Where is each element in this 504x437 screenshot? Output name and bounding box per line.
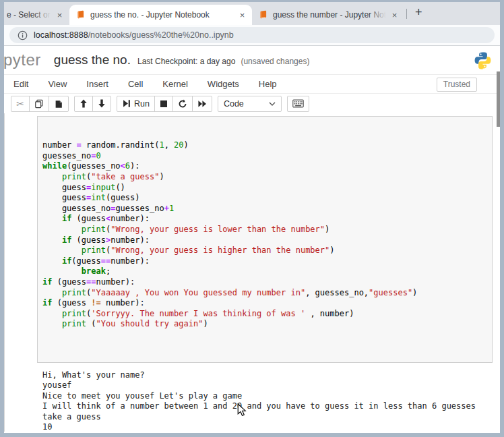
output-line: Nice to meet you yousef Let's play a gam… [42,391,493,401]
clipboard-button-group: ✂ [11,96,69,112]
command-palette-button[interactable] [287,96,309,112]
restart-kernel-button[interactable] [172,96,193,112]
python-logo-icon [474,51,492,69]
notebook-body: number = random.randint(1, 20)guesses_no… [4,113,500,432]
menu-widgets[interactable]: Widgets [208,79,239,89]
autosave-status: (unsaved changes) [241,54,309,66]
run-button-group: Run [117,96,212,112]
url-host: localhost:8888 [34,30,88,40]
tab-title: guess the number - Jupyter Note [273,10,386,20]
url-text: localhost:8888/notebooks/guess%20the%20n… [34,30,234,40]
jupyter-header: pyter guess the no. Last Checkpoint: a d… [4,46,500,75]
scrollbar-thumb[interactable] [497,71,500,127]
code-line: if (guess>number): [42,235,486,246]
tab-title: guess the no. - Jupyter Notebook [90,10,234,20]
code-line: print("Yaaaaay , You won You guessed my … [42,288,486,299]
cell-type-value: Code [224,99,244,109]
code-line: if (guess==number): [42,277,486,288]
menu-help[interactable]: Help [259,79,277,89]
window-frame: e - Select or create a n × guess the no.… [0,0,504,437]
jupyter-logo[interactable]: pyter [3,51,41,69]
fast-forward-icon [197,100,207,108]
browser-toolbar: localhost:8888/notebooks/guess%20the%20n… [4,25,500,46]
run-cell-button[interactable]: Run [117,96,155,112]
tab-title: e - Select or create a n [7,10,51,20]
menu-kernel[interactable]: Kernel [162,79,188,89]
palette-button-group [287,96,309,112]
code-line: if(guess==number): [42,256,486,267]
output-line: yousef [42,380,493,390]
page-info-icon[interactable] [18,30,28,40]
code-line: guess=int(guess) [42,193,486,204]
tab-home[interactable]: e - Select or create a n × [4,5,69,25]
code-line: print("Wrong, your guess is higher than … [42,245,486,256]
run-icon [122,99,131,108]
code-line: while(guesses_no<6): [42,161,486,172]
cell-output-area: Hi, What's your name?yousefNice to meet … [42,370,493,432]
restart-run-all-button[interactable] [192,96,212,112]
chevron-down-icon [269,102,276,106]
tab-guess-the-number[interactable]: guess the number - Jupyter Note × [252,5,404,25]
keyboard-icon [292,99,304,108]
close-icon[interactable]: × [389,9,400,21]
cell-type-select[interactable]: Code [218,96,282,112]
mouse-cursor [237,403,247,419]
output-line: Hi, What's your name? [42,370,493,380]
code-line: break; [42,266,486,277]
code-line: if (guess<number): [42,214,486,225]
code-line: print ("You should try again") [42,319,486,330]
run-button-label: Run [134,99,150,109]
new-tab-button[interactable]: + [409,5,430,22]
tab-guess-the-no[interactable]: guess the no. - Jupyter Notebook × [69,5,252,25]
notebook-menubar: Edit View Insert Cell Kernel Widgets Hel… [4,75,500,94]
stop-icon [160,100,168,108]
move-cell-button-group [74,96,111,112]
menu-cell[interactable]: Cell [128,79,143,89]
menu-view[interactable]: View [48,79,67,89]
menu-insert[interactable]: Insert [86,79,108,89]
code-line: print('Sorryyy. The number I was thinkin… [42,309,486,320]
close-icon[interactable]: × [237,9,248,21]
code-line: guesses_no=0 [42,151,486,162]
menu-edit[interactable]: Edit [13,79,28,89]
tab-separator [406,9,407,19]
close-icon[interactable]: × [54,9,65,21]
notebook-toolbar: ✂ [4,94,500,113]
output-line: take a guess [42,412,493,422]
interrupt-kernel-button[interactable] [154,96,173,112]
restart-icon [178,99,187,109]
copy-icon [34,99,44,109]
url-path: /notebooks/guess%20the%20no..ipynb [88,30,234,40]
code-line: if (guess != number): [42,298,486,309]
code-line: guesses_no=guesses_no+1 [42,204,486,214]
code-line: print("Wrong, your guess is lower than t… [42,225,486,235]
notebook-favicon-icon [259,10,268,20]
code-line: number = random.randint(1, 20) [42,140,486,151]
output-line: 10 [42,422,493,432]
arrow-up-icon [80,99,88,108]
paste-cell-button[interactable] [49,96,69,112]
scissors-icon: ✂ [16,98,24,109]
paste-icon [54,99,63,109]
copy-cell-button[interactable] [29,96,49,112]
move-cell-up-button[interactable] [74,96,93,112]
browser-tab-strip: e - Select or create a n × guess the no.… [4,2,500,25]
move-cell-down-button[interactable] [92,96,111,112]
arrow-down-icon [98,99,106,108]
trusted-button[interactable]: Trusted [437,78,477,92]
address-bar[interactable]: localhost:8888/notebooks/guess%20the%20n… [9,27,495,43]
code-cell-input[interactable]: number = random.randint(1, 20)guesses_no… [37,116,493,363]
checkpoint-status: Last Checkpoint: a day ago [137,54,235,66]
cut-cell-button[interactable]: ✂ [11,96,30,112]
output-line: I will think of a number between 1 and 2… [42,401,493,411]
code-line: print("take a guess") [42,172,486,183]
code-line: guess=input() [42,183,486,194]
notebook-title[interactable]: guess the no. [54,53,131,67]
code-editor[interactable]: number = random.randint(1, 20)guesses_no… [42,140,486,330]
cursor-arrow-icon [237,403,247,417]
notebook-favicon-icon [76,10,86,20]
